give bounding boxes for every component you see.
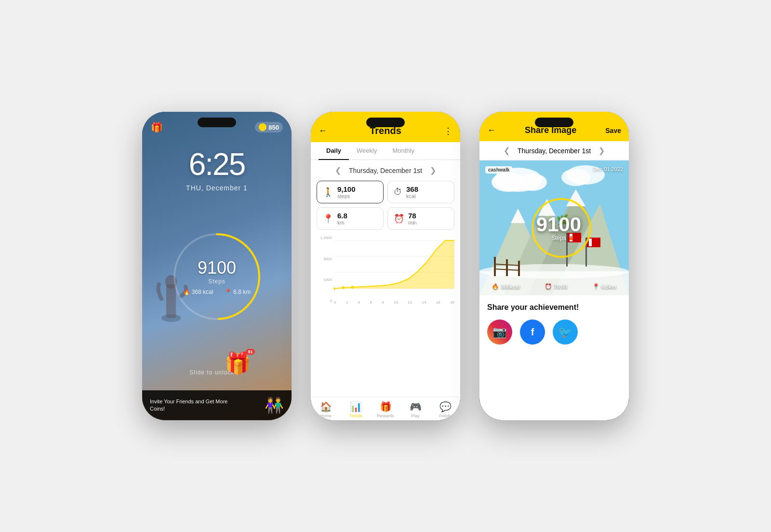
nav-home[interactable]: 🏠 Home [311, 401, 341, 418]
share-prev-arrow[interactable]: ❮ [504, 146, 510, 155]
share-steps-number: 9100 [536, 214, 581, 235]
steps-stat-value: 9,100 [337, 185, 356, 193]
km-value: 6.8 km [233, 289, 251, 295]
facebook-icon: f [531, 327, 534, 338]
share-km-icon: 📍 [593, 283, 599, 290]
svg-point-17 [561, 169, 590, 186]
social-share-buttons: 📷 f 🐦 [479, 319, 629, 345]
km-stat-value: 6.8 [337, 212, 347, 220]
phones-container: 🎁 850 6:25 THU, December 1 [123, 93, 648, 439]
svg-point-15 [518, 173, 547, 191]
invite-text: Invite Your Friends and Get More Coins! [150, 398, 237, 413]
trends-icon: 📊 [350, 401, 362, 412]
km-card: 📍 6.8 km [317, 207, 384, 230]
phone-share: ← Share Image Save ❮ Thursday, December … [479, 112, 629, 420]
gift-icon: 🎁 [151, 121, 163, 133]
x-8: 8 [382, 300, 384, 305]
x-6: 6 [370, 300, 372, 305]
share-icon[interactable]: ⋮ [444, 126, 452, 136]
trends-label: Trends [349, 413, 362, 418]
save-button[interactable]: Save [605, 127, 621, 134]
share-background: 🍁 🌿 cashwalk De [479, 160, 629, 295]
svg-rect-38 [589, 239, 592, 246]
chart-svg [334, 236, 454, 298]
activity-chart: 1,0000 5000 1000 0 [311, 236, 460, 397]
svg-rect-28 [506, 259, 508, 276]
kcal-stat-unit: kcal [406, 193, 418, 199]
share-kcal-icon: 🔥 [492, 283, 499, 290]
walk-icon: 🚶 [323, 187, 333, 198]
x-4: 4 [358, 300, 360, 305]
trends-tabs: Daily Weekly Monthly [311, 142, 460, 160]
svg-rect-27 [494, 257, 496, 276]
back-arrow-icon[interactable]: ← [319, 126, 327, 136]
notch-2 [366, 118, 405, 127]
svg-point-26 [479, 264, 629, 279]
kcal-card: ⏱ 368 kcal [387, 181, 454, 203]
current-date: Thursday, December 1st [349, 167, 422, 174]
steps-overlay: 9100 Steps [536, 214, 581, 241]
svg-point-10 [342, 286, 345, 289]
share-kcal-value: 368kcal [501, 284, 520, 290]
tab-monthly[interactable]: Monthly [385, 142, 422, 160]
min-card: ⏰ 78 min [387, 207, 454, 230]
steps-stat-unit: steps [337, 193, 356, 199]
chest-icon: 🎁 [225, 351, 251, 375]
tab-weekly[interactable]: Weekly [349, 142, 385, 160]
notch-3 [535, 118, 573, 127]
next-date-arrow[interactable]: ❯ [430, 166, 436, 175]
notch-1 [198, 118, 236, 127]
slide-to-unlock[interactable]: Slide to unlock >> [142, 369, 292, 376]
share-image-preview: 🍁 🌿 cashwalk De [479, 160, 629, 295]
home-icon: 🏠 [320, 401, 332, 412]
lock-time: 6:25 [142, 146, 292, 182]
min-stat-value: 78 [408, 212, 417, 220]
flame-icon: ⏱ [394, 187, 402, 197]
y-label-zero: 0 [330, 299, 332, 303]
nav-play[interactable]: 🎮 Play [400, 401, 430, 418]
share-km-value: 6.8km [601, 284, 616, 290]
x-14: 14 [422, 300, 426, 305]
share-bottom-stats: 🔥 368kcal ⏰ 78:00 📍 6.8km [479, 283, 629, 290]
nav-trends[interactable]: 📊 Trends [341, 401, 371, 418]
nav-feeds[interactable]: 💬 Feeds [430, 401, 460, 418]
twitter-button[interactable]: 🐦 [553, 319, 578, 345]
share-steps-label: Steps [536, 235, 581, 241]
date-overlay: Dec 01 2022 [593, 166, 623, 172]
stats-row: 🔥 368 kcal 📍 6.8 km [183, 289, 251, 295]
share-km: 📍 6.8km [593, 283, 616, 290]
phone-trends: ← Trends ⋮ Daily Weekly Monthly ❮ Thursd… [311, 112, 460, 420]
instagram-button[interactable]: 📷 [487, 319, 512, 345]
rewards-icon: 🎁 [380, 401, 392, 412]
play-icon: 🎮 [410, 401, 422, 412]
location-icon: 📍 [323, 213, 333, 224]
svg-point-11 [351, 286, 354, 289]
cashwalk-logo: cashwalk [485, 166, 512, 173]
svg-point-9 [334, 287, 335, 290]
achievement-label: Share your achievement! [479, 295, 629, 319]
x-0: 0 [334, 300, 336, 305]
facebook-button[interactable]: f [520, 319, 545, 345]
x-18: 18 [450, 300, 454, 305]
invite-bar: Invite Your Friends and Get More Coins! … [142, 390, 292, 420]
y-label-top: 1,0000 [320, 236, 332, 240]
y-label-low: 1000 [323, 278, 332, 282]
logo-text: cashwalk [488, 167, 509, 173]
play-label: Play [411, 413, 420, 418]
back-arrow-share-icon[interactable]: ← [487, 125, 496, 135]
km-icon: 📍 [225, 289, 232, 295]
share-next-arrow[interactable]: ❯ [598, 146, 605, 155]
instagram-icon: 📷 [492, 325, 507, 339]
prev-date-arrow[interactable]: ❮ [335, 166, 341, 175]
nav-rewards[interactable]: 🎁 Rewards [371, 401, 400, 418]
date-navigation: ❮ Thursday, December 1st ❯ [311, 160, 460, 181]
steps-number: 9100 [198, 258, 236, 278]
min-stat-unit: min [408, 220, 417, 226]
kcal-stat-value: 368 [406, 185, 418, 193]
feeds-icon: 💬 [439, 401, 452, 412]
step-progress-circle: 9100 Steps 🔥 368 kcal 📍 6.8 km [169, 228, 265, 325]
coin-icon [259, 123, 266, 131]
steps-label: Steps [208, 278, 226, 285]
kcal-value: 368 kcal [192, 289, 213, 295]
tab-daily[interactable]: Daily [319, 142, 349, 160]
